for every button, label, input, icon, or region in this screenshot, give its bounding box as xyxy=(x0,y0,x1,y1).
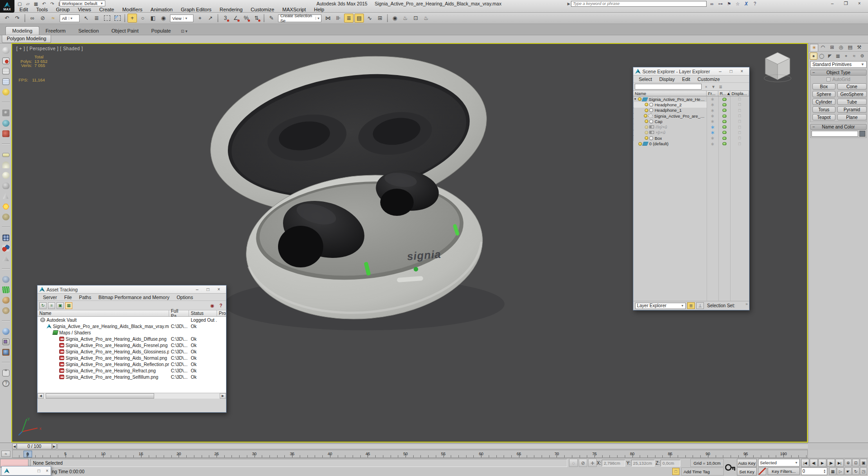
frozen-icon[interactable]: ∗ xyxy=(710,142,714,146)
select-object-button[interactable]: ↖ xyxy=(81,14,91,23)
named-selection-sets-dropdown[interactable]: Create Selection Se▼ xyxy=(278,14,321,22)
zoom-button[interactable]: ⊕ xyxy=(844,459,852,466)
selection-lock-toggle[interactable]: ⊘ xyxy=(579,459,587,467)
object-color-swatch[interactable] xyxy=(859,131,865,137)
display-icon[interactable]: □ xyxy=(738,108,741,113)
subscription-key-icon[interactable]: ⊶ xyxy=(716,1,725,7)
redo-button[interactable]: ↷ xyxy=(49,1,56,7)
display-icon[interactable]: □ xyxy=(738,119,741,124)
menu-item[interactable]: Bitmap Performance and Memory xyxy=(95,295,173,300)
column-header-proxy[interactable]: Pro xyxy=(217,310,226,316)
viewport-label[interactable]: [ + ] [ Perspective ] [ Shaded ] xyxy=(16,46,83,51)
next-frame-arrow[interactable]: ▶ xyxy=(52,443,57,449)
subtab-systems[interactable]: ⚙ xyxy=(859,52,866,60)
thumbnail-view-icon[interactable]: ▣ xyxy=(57,302,64,309)
rendered-frame-window-button[interactable]: ⊡ xyxy=(411,14,420,23)
toolbar-divider[interactable] xyxy=(217,14,218,22)
toolbar-divider[interactable] xyxy=(264,14,264,22)
close-button[interactable]: × xyxy=(853,0,866,6)
asset-row[interactable]: Signia_Active_Pro_are_Hearing_Refract.pn… xyxy=(38,367,226,374)
angle-snap-button[interactable]: ∠ xyxy=(231,14,241,23)
manage-layers-button[interactable]: ≣ xyxy=(344,14,354,23)
snaps-toggle-button[interactable]: 3 xyxy=(221,14,230,23)
find-input[interactable] xyxy=(635,84,702,90)
minimize-button[interactable]: – xyxy=(826,0,839,6)
close-button[interactable]: × xyxy=(736,68,747,75)
menu-item[interactable]: Edit xyxy=(679,76,694,82)
asset-help-icon[interactable]: ? xyxy=(217,302,224,309)
new-key-brush-icon[interactable] xyxy=(758,467,766,475)
communication-center-icon[interactable]: ⚑ xyxy=(725,1,733,7)
curve-editor-button[interactable]: ∿ xyxy=(365,14,374,23)
overflow-chevron[interactable]: » xyxy=(745,302,748,306)
panel-tab-display[interactable]: ▤ xyxy=(846,44,854,51)
filter-icon[interactable]: ▼ xyxy=(710,84,717,90)
asset-row[interactable]: Signia_Active_Pro_are_Hearing_Aids_Fresn… xyxy=(38,342,226,348)
key-mode-dropdown[interactable]: Selected▼ xyxy=(758,459,800,466)
menu-item[interactable]: Paths xyxy=(75,295,95,300)
new-file-button[interactable]: ▢ xyxy=(16,1,23,7)
timeline-ruler[interactable]: 0 05101520253035404550556065707580859095… xyxy=(12,450,808,458)
menu-item[interactable]: Help xyxy=(310,7,329,12)
time-tag-icon[interactable]: □ xyxy=(672,468,679,475)
pan-view-button[interactable]: ☛ xyxy=(844,467,852,475)
layer-row[interactable]: //xý×û ∗ □ xyxy=(633,124,749,129)
exchange-apps-icon[interactable]: X xyxy=(742,1,750,7)
scene-explorer-titlebar[interactable]: Scene Explorer - Layer Explorer – □ × xyxy=(633,67,749,76)
orbit-button[interactable]: ↻ xyxy=(852,467,859,475)
application-menu-button[interactable]: MAX xyxy=(0,0,14,13)
restore-button[interactable]: □ xyxy=(38,468,40,473)
subtab-cameras[interactable]: ▦ xyxy=(834,52,842,60)
object-name-input[interactable] xyxy=(811,131,858,137)
visibility-bulb-icon[interactable] xyxy=(645,125,648,129)
asset-row[interactable]: Signia_Active_Pro_are_Hearing_Aids_Refle… xyxy=(38,361,226,367)
frozen-icon[interactable]: ∗ xyxy=(710,114,714,118)
explorer-mode-dropdown[interactable]: Layer Explorer▼ xyxy=(635,303,686,309)
autogrid-checkbox[interactable] xyxy=(826,77,830,81)
view-cube[interactable] xyxy=(756,47,794,85)
renderable-icon[interactable] xyxy=(722,125,726,129)
layer-row[interactable]: 0 (default) ∗ □ xyxy=(633,141,749,146)
menu-item[interactable]: Tools xyxy=(32,7,52,12)
menu-item[interactable]: Server xyxy=(39,295,61,300)
minimize-button[interactable]: – xyxy=(715,68,726,75)
primitive-button[interactable]: Cone xyxy=(837,83,867,90)
previous-frame-arrow[interactable]: ◀ xyxy=(12,443,17,449)
toolbar-divider[interactable] xyxy=(124,14,125,22)
spinner-arrows-icon[interactable]: ▲▼ xyxy=(823,469,826,474)
save-file-button[interactable]: ▦ xyxy=(33,1,39,7)
workspace-dropdown[interactable]: Workspace: Default▼ xyxy=(60,0,105,6)
go-to-start-button[interactable]: |◀ xyxy=(801,459,809,467)
primitive-button[interactable]: GeoSphere xyxy=(837,91,867,97)
display-icon[interactable]: □ xyxy=(738,130,741,135)
column-header-frozen[interactable]: Fr... xyxy=(707,91,718,96)
frozen-icon[interactable]: ∗ xyxy=(710,108,714,113)
column-header-renderable[interactable]: R...▲ xyxy=(718,91,730,96)
play-animation-button[interactable]: ▶ xyxy=(818,459,826,467)
bind-to-space-warp-button[interactable]: ≈ xyxy=(48,14,58,23)
column-header-name[interactable]: Name xyxy=(38,310,169,316)
name-color-rollout-header[interactable]: − Name and Color xyxy=(810,124,867,130)
vault-status-icon[interactable]: ◉ xyxy=(209,302,216,309)
menu-item[interactable]: Group xyxy=(52,7,74,12)
panel-tab-motion[interactable]: ◎ xyxy=(837,44,845,51)
frozen-icon[interactable]: ∗ xyxy=(710,102,714,107)
visibility-bulb-icon[interactable] xyxy=(638,142,642,146)
panel-tab-create[interactable]: ✳ xyxy=(810,44,818,51)
ribbon-tab-modeling[interactable]: Modeling xyxy=(5,26,39,35)
redo-scene-button[interactable]: ↷ xyxy=(13,14,22,23)
menu-item[interactable]: File xyxy=(61,295,75,300)
search-expand-icon[interactable]: ▶ xyxy=(567,2,570,6)
expander-icon[interactable]: ▼ xyxy=(633,98,637,100)
object-type-rollout-header[interactable]: − Object Type xyxy=(810,70,867,76)
layer-row[interactable]: ×þ×û ∗ □ xyxy=(633,130,749,135)
menu-item[interactable]: MAXScript xyxy=(278,7,310,12)
material-editor-button[interactable]: ◉ xyxy=(390,14,400,23)
auto-key-button[interactable]: Auto Key xyxy=(737,459,757,467)
asset-row[interactable]: Signia_Active_Pro_are_Hearing_Selfillum.… xyxy=(38,374,226,380)
maximize-viewport-toggle[interactable]: ◳ xyxy=(860,467,867,475)
renderable-icon[interactable] xyxy=(722,109,726,112)
unlink-selection-button[interactable]: ⊘ xyxy=(38,14,47,23)
primitive-button[interactable]: Pyramid xyxy=(837,106,867,113)
asset-row[interactable]: Signia_Active_Pro_are_Hearing_Aids_Diffu… xyxy=(38,336,226,342)
